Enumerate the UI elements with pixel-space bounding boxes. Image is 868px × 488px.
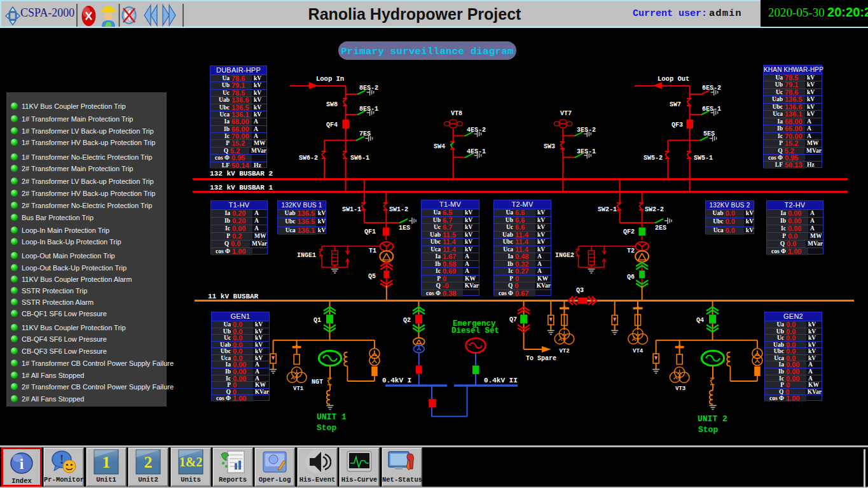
svg-text:VT1: VT1 <box>293 386 304 392</box>
svg-text:VT8: VT8 <box>451 110 462 117</box>
svg-text:Loop Out: Loop Out <box>658 75 689 83</box>
svg-text:0.4kV II: 0.4kV II <box>484 377 518 384</box>
svg-text:INGE2: INGE2 <box>555 252 574 259</box>
svg-text:3ES-2: 3ES-2 <box>577 127 596 134</box>
svg-text:3ES-1: 3ES-1 <box>577 148 596 155</box>
svg-text:Primary surveillance diagram: Primary surveillance diagram <box>341 46 514 57</box>
svg-text:SW5-1: SW5-1 <box>694 155 713 162</box>
svg-text:5ES: 5ES <box>703 130 715 137</box>
svg-text:Loop In: Loop In <box>316 75 344 83</box>
svg-text:Q2: Q2 <box>403 317 411 324</box>
svg-text:SW1-2: SW1-2 <box>389 206 408 213</box>
svg-text:Q1: Q1 <box>313 317 321 324</box>
svg-text:Q5: Q5 <box>368 273 376 280</box>
svg-text:Q3: Q3 <box>576 287 584 294</box>
svg-text:2: 2 <box>144 453 153 471</box>
svg-text:SW4: SW4 <box>434 143 445 150</box>
svg-text:SW5-2: SW5-2 <box>644 155 663 162</box>
svg-text:QF1: QF1 <box>364 228 376 235</box>
svg-text:SW1-1: SW1-1 <box>342 206 361 213</box>
svg-text:VT3: VT3 <box>675 386 685 392</box>
svg-text:8ES-1: 8ES-1 <box>359 106 378 113</box>
svg-text:VT4: VT4 <box>633 348 644 354</box>
svg-text:SW2-2: SW2-2 <box>645 206 664 213</box>
svg-text:SW8: SW8 <box>326 101 338 108</box>
svg-text:UNIT 1: UNIT 1 <box>317 412 347 422</box>
svg-text:1: 1 <box>102 453 111 471</box>
svg-text:UNIT 2: UNIT 2 <box>698 414 727 424</box>
svg-text:Q7: Q7 <box>509 316 517 323</box>
svg-text:Q4: Q4 <box>696 317 704 324</box>
svg-text:0.4kV I: 0.4kV I <box>382 377 411 384</box>
svg-text:Q6: Q6 <box>627 274 635 281</box>
svg-text:SW2-1: SW2-1 <box>598 206 617 213</box>
svg-text:Stop: Stop <box>317 423 336 433</box>
svg-text:6ES-2: 6ES-2 <box>702 85 721 92</box>
svg-text:2ES: 2ES <box>655 225 666 232</box>
svg-text:VT2: VT2 <box>559 348 569 354</box>
svg-text:T2: T2 <box>627 247 635 254</box>
svg-text:SW3: SW3 <box>544 143 555 150</box>
svg-text:i: i <box>20 456 24 472</box>
svg-text:NGT: NGT <box>312 379 323 386</box>
svg-text:QF2: QF2 <box>623 228 635 235</box>
svg-text:1ES: 1ES <box>399 225 410 232</box>
svg-text:Diesel Set: Diesel Set <box>451 326 499 335</box>
svg-text:11 kV BUSBAR: 11 kV BUSBAR <box>208 293 259 300</box>
svg-text:SW7: SW7 <box>670 101 681 108</box>
svg-text:QF3: QF3 <box>672 122 683 129</box>
svg-text:4ES-1: 4ES-1 <box>467 148 486 155</box>
svg-text:VT7: VT7 <box>560 110 572 117</box>
svg-text:4ES-2: 4ES-2 <box>467 127 486 134</box>
svg-text:Stop: Stop <box>698 425 718 435</box>
svg-text:T1: T1 <box>369 247 376 254</box>
svg-text:QF4: QF4 <box>326 122 338 129</box>
svg-text:1&2: 1&2 <box>179 455 203 469</box>
svg-text:8ES-2: 8ES-2 <box>359 85 378 92</box>
svg-text:132 kV BUSBAR 1: 132 kV BUSBAR 1 <box>210 184 273 192</box>
svg-text:7ES: 7ES <box>359 130 371 137</box>
svg-text:6ES-1: 6ES-1 <box>702 106 721 113</box>
svg-text:SW6-2: SW6-2 <box>299 155 318 162</box>
svg-text:SW6-1: SW6-1 <box>350 155 369 162</box>
svg-text:INGE1: INGE1 <box>297 252 316 259</box>
svg-text:132 kV BUSBAR 2: 132 kV BUSBAR 2 <box>210 170 273 178</box>
svg-text:To Spare: To Spare <box>526 355 556 362</box>
